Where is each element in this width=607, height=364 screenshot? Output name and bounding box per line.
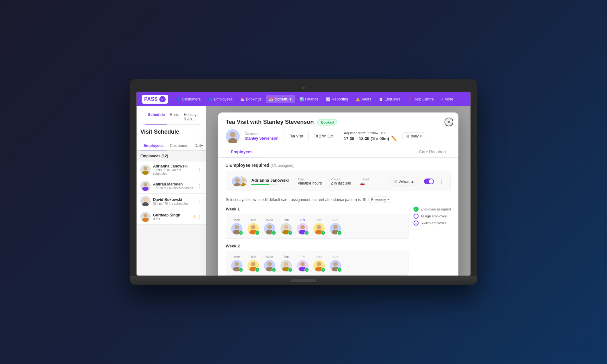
day-fri-w1[interactable]: Fri ✓ [297,218,308,234]
nav-reporting[interactable]: 📈 Reporting [323,95,351,103]
modal-tabs: Employees Care Required [218,147,458,158]
day-sat-w2[interactable]: Sat ✓ [313,255,325,271]
check-tue-w1: ✓ [255,231,260,235]
legend-icon-switch: ↔ [414,221,419,226]
svg-point-24 [317,225,321,229]
sub-navigation: Schedule Runs Holidays & Ab... [142,110,201,125]
day-avatar-thu-w2[interactable]: ✓ [280,260,292,271]
emp-menu-gurdeep[interactable]: ⋮ [198,214,202,219]
day-avatar-tue-w1[interactable]: ✓ [248,223,259,234]
svg-point-40 [333,262,338,266]
sidebar-tabs: Employees Customers Daily [137,139,206,151]
recurrence-selector[interactable]: 🗓 daily ▾ [402,132,426,140]
day-sun-w1[interactable]: Sun ✓ [330,218,341,234]
employee-item-gurdeep[interactable]: Gurdeep Singh 0 hrs ⚠ ⋮ [137,209,206,225]
pattern-select[interactable]: Bi-weekly ▾ [368,196,392,203]
day-sat-w1[interactable]: Sat ✓ [313,218,325,234]
day-thu-w2[interactable]: Thu ✓ [280,255,292,271]
legend-assigned: ✓ Employee assigned [414,207,451,212]
svg-point-14 [235,225,239,229]
app-logo[interactable]: PASS ✓ [142,95,168,104]
day-avatar-fri-w2[interactable]: ✓ [297,260,308,271]
subnav-runs[interactable]: Runs [167,110,181,124]
day-tue-w2[interactable]: Tue ✓ [248,255,259,271]
kebab-menu[interactable]: ⋮ [438,179,445,185]
toggle-switch[interactable] [424,179,434,184]
svg-point-34 [284,262,288,266]
assigned-employee-info: Adrianna Janowski [251,178,289,185]
visit-info: Customer Stanley Stevenson Tea Visit Fri… [218,125,458,147]
nav-bookings[interactable]: 📅 Bookings [237,95,265,103]
subnav-holidays[interactable]: Holidays & Ab... [181,110,201,124]
emp-menu-david[interactable]: ⋮ [198,199,202,204]
day-avatar-mon-w2[interactable]: ✓ [231,260,242,271]
modal-tab-employees[interactable]: Employees [226,147,258,157]
nav-alerts[interactable]: ⚠️ Alerts [353,95,374,103]
check-thu-w2: ✓ [288,268,292,272]
nav-customers[interactable]: 👤 Customers [173,95,204,103]
visit-date-detail: Fri 27th Oct [314,134,334,138]
default-badge[interactable]: ⓘ Default ▲ [390,178,418,185]
modal-header: Tea Visit with Stanley Stevenson Booked [218,112,458,125]
day-avatar-thu-w1[interactable]: ✓ [280,223,292,234]
nav-more[interactable]: ≡ More [438,95,457,103]
day-mon-w2[interactable]: Mon ✓ [231,255,242,271]
emp-menu-adrianna[interactable]: ⋮ [198,167,202,172]
assigned-employee-card: Adrianna Janowski Type Variable hours [226,172,451,191]
nav-schedule[interactable]: 📆 Schedule [266,95,295,103]
schedule-icon: 📆 [269,97,273,101]
visited-detail: Visited 2 in last 30d [331,178,351,185]
check-sat-w2: ✓ [321,268,325,272]
nav-employees[interactable]: 👥 Employees [205,95,236,103]
day-mon-w1[interactable]: Mon ✓ [231,218,242,234]
day-wed-w1[interactable]: Wed ✓ [264,218,275,234]
nav-finance[interactable]: 📊 Finance [296,95,322,103]
day-fri-w2[interactable]: Fri ✓ [297,255,308,271]
day-avatar-sat-w1[interactable]: ✓ [313,223,325,234]
check-sun-w2: ✓ [337,268,342,272]
day-tue-w1[interactable]: Tue ✓ [248,218,259,234]
svg-point-28 [235,262,239,266]
svg-point-9 [228,138,237,143]
weeks-legend-container: Week 1 Mon [226,207,451,276]
day-avatar-wed-w1[interactable]: ✓ [264,223,275,234]
subnav-schedule[interactable]: Schedule [145,110,167,124]
day-avatar-sun-w1[interactable]: ✓ [330,223,341,234]
sidebar-tab-employees[interactable]: Employees [140,142,167,150]
day-thu-w1[interactable]: Thu ✓ [280,218,292,234]
check-sat-w1: ✓ [321,231,325,235]
day-wed-w2[interactable]: Wed ✓ [264,255,275,271]
sidebar-section-label: Employees (12) [137,151,206,161]
day-avatar-mon-w1[interactable]: ✓ [231,223,242,234]
customer-detail: Customer Stanley Stevenson [245,132,279,141]
svg-point-2 [144,183,147,186]
day-avatar-tue-w2[interactable]: ✓ [248,260,259,271]
check-fri-w2: ✓ [304,268,309,272]
sidebar-tab-customers[interactable]: Customers [167,142,191,150]
employee-item-amirah[interactable]: Amirah Marsden 1 hr 30 m / 40 hrs schedu… [137,178,206,194]
legend-switch: ↔ Switch employee [414,221,451,226]
day-avatar-sat-w2[interactable]: ✓ [313,260,325,271]
week-1-section: Week 1 Mon [226,207,408,239]
close-button[interactable]: × [445,118,453,126]
nav-enquiries[interactable]: 📋 Enquiries [376,95,403,103]
sidebar-tab-daily[interactable]: Daily [191,142,206,150]
svg-point-5 [142,202,149,206]
day-avatar-sun-w2[interactable]: ✓ [330,260,341,271]
edit-time-icon[interactable]: ✏️ [391,136,397,142]
svg-point-32 [267,262,272,266]
svg-point-16 [251,225,255,229]
employee-item-david[interactable]: David Bukowski 35 hrs / 40 hrs scheduled… [137,194,206,209]
emp-menu-amirah[interactable]: ⋮ [198,183,202,188]
modal-tab-care[interactable]: Care Required [414,147,451,157]
day-sun-w2[interactable]: Sun ✓ [330,255,341,271]
employee-item-adrianna[interactable]: Adrianna Janowski 10 hrs 30 m / 40 hrs s… [137,161,206,178]
day-avatar-fri-w1[interactable]: ✓ [297,223,308,234]
separator-3 [339,131,339,141]
avatar-adrianna [140,165,150,175]
emp-info-david: David Bukowski 35 hrs / 40 hrs scheduled [153,197,195,205]
day-avatar-wed-w2[interactable]: ✓ [264,260,275,271]
employees-icon: 👥 [208,97,212,101]
alerts-icon: ⚠️ [356,97,360,101]
nav-help[interactable]: ❓ Help Centre [405,95,437,103]
